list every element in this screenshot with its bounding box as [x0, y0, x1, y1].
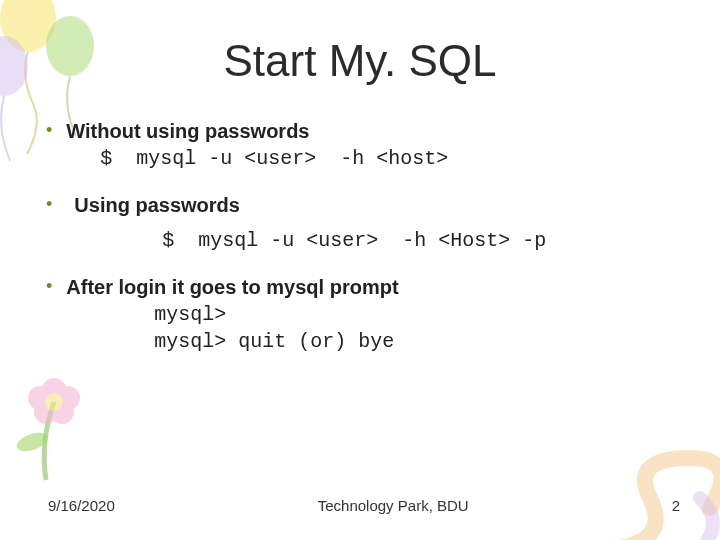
footer-center: Technology Park, BDU — [115, 497, 672, 514]
footer: 9/16/2020 Technology Park, BDU 2 — [0, 497, 720, 514]
slide: Start My. SQL • Without using passwords … — [0, 0, 720, 540]
bullet-1-heading: Without using passwords — [66, 120, 309, 142]
bullet-1-code: $ mysql -u <user> -h <host> — [66, 145, 690, 172]
bullet-3-line2: mysql> quit (or) bye — [66, 328, 690, 355]
bullet-2: • Using passwords $ mysql -u <user> -h <… — [46, 192, 690, 254]
bullet-icon: • — [46, 192, 52, 216]
slide-body: • Without using passwords $ mysql -u <us… — [0, 98, 720, 355]
bullet-icon: • — [46, 118, 52, 142]
footer-date: 9/16/2020 — [48, 497, 115, 514]
bullet-3: • After login it goes to mysql prompt my… — [46, 274, 690, 355]
bullet-1: • Without using passwords $ mysql -u <us… — [46, 118, 690, 172]
footer-page: 2 — [672, 497, 680, 514]
bullet-2-heading: Using passwords — [74, 194, 240, 216]
bullet-2-code: $ mysql -u <user> -h <Host> -p — [74, 227, 690, 254]
bullet-3-line1: mysql> — [66, 301, 690, 328]
bullet-icon: • — [46, 274, 52, 298]
bullet-3-heading: After login it goes to mysql prompt — [66, 276, 398, 298]
slide-title: Start My. SQL — [0, 0, 720, 98]
